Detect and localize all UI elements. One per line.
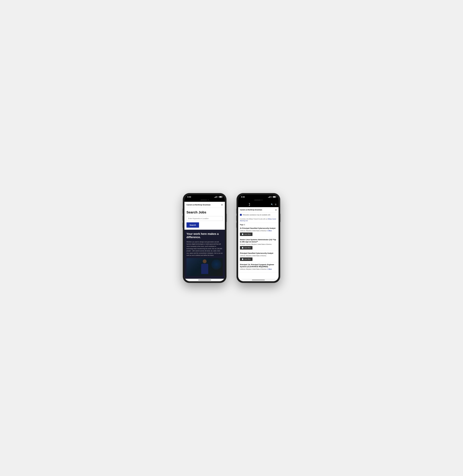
job-listing-2: Senior Linux Systems Administrator (14) … <box>238 237 279 251</box>
phone-2-camera <box>261 200 262 201</box>
matrix-overlay <box>187 258 223 276</box>
learn-more-button-2[interactable]: 📄 Learn More <box>240 246 252 249</box>
job-title-1: Sr Principal Classified Cybersecurity An… <box>240 227 277 229</box>
ng-logo-line1: NORTHROP <box>240 203 249 204</box>
phone-1-navbar[interactable]: Careers at Northrop Grumman ∨ <box>184 202 225 208</box>
phone-1-hero-section: Your work here makes a difference. Wheth… <box>184 230 225 279</box>
phone-1-speaker <box>201 200 207 200</box>
phone-1-search-heading: Search Jobs <box>187 210 223 214</box>
phone-2-notch <box>251 199 266 201</box>
phone-2-screen: 4:42 ⊜ <box>238 195 279 281</box>
ng-logo-bracket <box>249 203 250 206</box>
phone-1-camera <box>208 200 209 201</box>
job-location-more-4: + 1 More <box>267 268 272 270</box>
phone-2-menu-icon[interactable]: ☰ <box>275 203 276 205</box>
phone-2-search-icon[interactable]: 🔍 <box>271 203 273 205</box>
job-location-more-1: + 1 More <box>267 230 272 231</box>
filter-label-relocation: Relocation assistance may be available (… <box>243 214 270 216</box>
phone-2-battery-icon <box>273 196 276 198</box>
job-title-3: Principal Classified Cybersecurity Analy… <box>240 252 277 254</box>
filter-item-relocation[interactable]: Relocation assistance may be available (… <box>240 214 277 216</box>
page-indicator: Page: 1 <box>238 223 279 226</box>
phone-2-notch-area <box>238 199 279 202</box>
phone-2-job-content[interactable]: Relocation assistance may be available (… <box>238 213 279 279</box>
phone-2-status-bar: 4:42 ⊜ <box>238 195 279 199</box>
phone-1-status-icons: ⊜ <box>214 196 222 198</box>
job-location-4: Linthicum, Maryland, United States of Am… <box>240 268 277 270</box>
phone-2-content: NORTHROP GRUMMAN 🔍 ☰ Careers at Northrop… <box>238 202 279 279</box>
phone-1-search-button[interactable]: Search <box>187 222 199 228</box>
phone-1-hero-title: Your work here makes a difference. <box>187 232 223 239</box>
phone-2-header: NORTHROP GRUMMAN 🔍 ☰ <box>238 202 279 207</box>
job-location-2: Annapolis Junction, Maryland, United Sta… <box>240 244 277 245</box>
phone-2-status-icons: ⊜ <box>268 196 276 198</box>
job-listing-3: Principal Classified Cybersecurity Analy… <box>238 251 279 262</box>
phone-1-signal-icon <box>214 196 217 198</box>
phone-2-nav-title: Careers at Northrop Grumman <box>240 209 262 211</box>
filter-checkbox-relocation[interactable] <box>240 214 242 216</box>
phone-1-nav-title: Careers at Northrop Grumman <box>187 204 211 206</box>
phone-1-hero-body: Whether you want to design next-generati… <box>187 241 223 256</box>
phone-2-speaker <box>254 200 261 200</box>
learn-more-button-1[interactable]: 📄 Learn More <box>240 232 252 236</box>
phone-1-notch-area <box>184 199 225 202</box>
phone-2-header-icons: 🔍 ☰ <box>271 203 276 205</box>
phone-1-time: 4:42 <box>187 196 191 198</box>
phone-2-home-bar <box>252 280 265 280</box>
phone-2-time: 4:42 <box>241 196 245 198</box>
phone-2: 4:42 ⊜ <box>237 193 280 283</box>
phones-container: 4:42 ⊜ <box>183 193 280 283</box>
phone-1-hero-image <box>187 258 223 276</box>
phone-1-chevron-icon[interactable]: ∨ <box>221 203 223 206</box>
phone-1-wifi-icon: ⊜ <box>217 196 219 198</box>
phone-1-notch <box>197 199 212 201</box>
ng-logo-text: NORTHROP GRUMMAN <box>240 203 249 206</box>
phone-1-screen: 4:42 ⊜ <box>184 195 225 281</box>
phone-1-search-section: Search Jobs Search <box>184 208 225 230</box>
job-listing-1: Sr Principal Classified Cybersecurity An… <box>238 226 279 237</box>
phone-2-signal-icon <box>268 196 270 198</box>
phone-1-status-bar: 4:42 ⊜ <box>184 195 225 199</box>
job-location-1: Linthicum, Maryland, United States of Am… <box>240 230 277 231</box>
phone-2-home-indicator <box>238 279 279 281</box>
job-title-4: Principal / Sr. Principal Cryogenic Engi… <box>240 264 277 268</box>
phone-2-wifi-icon: ⊜ <box>271 196 272 198</box>
military-notice: Currently in the Military? Search for jo… <box>238 217 279 223</box>
phone-1-home-bar <box>198 280 211 280</box>
phone-1: 4:42 ⊜ <box>183 193 226 283</box>
phone-2-filter-section: Relocation assistance may be available (… <box>238 213 279 217</box>
learn-more-icon-3: 📄 <box>242 258 243 260</box>
phone-1-battery-icon <box>219 196 222 198</box>
learn-more-icon-2: 📄 <box>242 247 243 249</box>
learn-more-button-3[interactable]: 📄 Learn More <box>240 257 252 261</box>
learn-more-icon-1: 📄 <box>242 233 243 235</box>
ng-logo-line2: GRUMMAN <box>240 204 249 206</box>
phone-2-navbar[interactable]: Careers at Northrop Grumman ∨ <box>238 207 279 213</box>
job-title-2: Senior Linux Systems Administrator (14) … <box>240 239 277 243</box>
job-listing-4: Principal / Sr. Principal Cryogenic Engi… <box>238 262 279 273</box>
phone-2-chevron-icon[interactable]: ∨ <box>275 208 277 211</box>
job-location-3: Linthicum, Maryland, United States of Am… <box>240 255 277 256</box>
military-notice-text: Currently in the Military? Search for jo… <box>240 218 268 220</box>
phone-1-home-indicator <box>184 279 225 281</box>
phone-1-search-input[interactable] <box>187 216 223 221</box>
phone-1-content: Careers at Northrop Grumman ∨ Search Job… <box>184 202 225 279</box>
ng-logo: NORTHROP GRUMMAN <box>240 203 250 206</box>
